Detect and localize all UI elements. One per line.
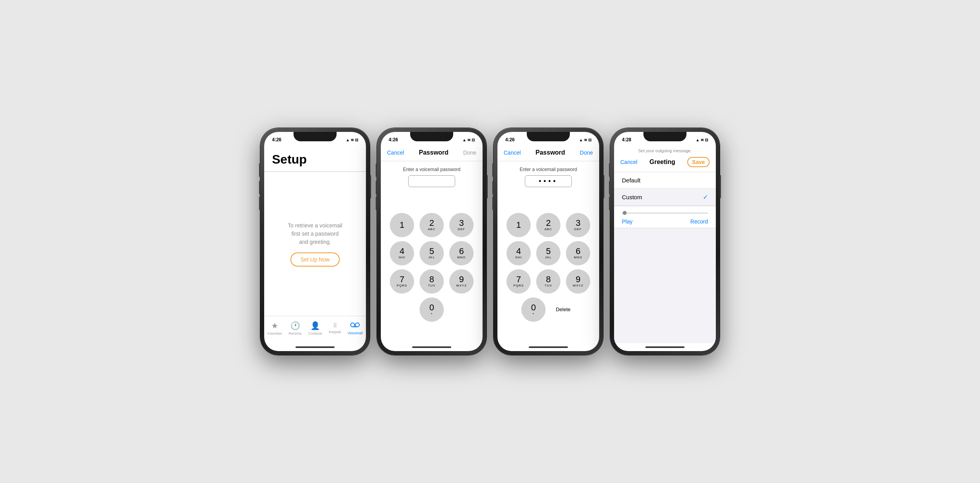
phones-container: 4:26 ▲ ≋ ⊟ Setup To retrieve a voicemail… xyxy=(260,128,720,355)
status-icons-2: ▲ ≋ ⊟ xyxy=(463,138,475,142)
key-0[interactable]: 0+ xyxy=(420,297,444,322)
key-4[interactable]: 4GHI xyxy=(390,241,414,265)
status-icons-1: ▲ ≋ ⊟ xyxy=(346,138,358,142)
playback-controls: Play Record xyxy=(622,215,708,225)
key-3[interactable]: 3DEF xyxy=(449,213,474,237)
status-icons-4: ▲ ≋ ⊟ xyxy=(696,138,708,142)
tab-bar-1: ★ Favorites 🕐 Recents 👤 Contacts ⠿ Keypa… xyxy=(264,316,366,343)
svg-point-1 xyxy=(355,323,359,327)
key-9[interactable]: 9WXYZ xyxy=(449,269,474,294)
tab-keypad[interactable]: ⠿ Keypad xyxy=(329,323,341,334)
home-bar-2 xyxy=(412,346,451,348)
keypad-3: 1 2ABC 3DEF 4GHI 5JKL 6MNO 7PQRS 8TUV 9W… xyxy=(497,191,599,343)
key-5[interactable]: 5JKL xyxy=(420,241,444,265)
set-up-now-button[interactable]: Set Up Now xyxy=(290,252,340,267)
cancel-button-3[interactable]: Cancel xyxy=(504,150,521,156)
playback-bar: Play Record xyxy=(614,206,716,228)
key-2[interactable]: 2ABC xyxy=(420,213,444,237)
key-7b[interactable]: 7PQRS xyxy=(506,269,531,294)
progress-track[interactable] xyxy=(622,213,708,214)
keypad-row-3b: 7PQRS 8TUV 9WXYZ xyxy=(504,269,593,294)
phone-4: 4:28 ▲ ≋ ⊟ Set your outgoing message. Ca… xyxy=(610,128,720,355)
keypad-2: 1 2ABC 3DEF 4GHI 5JKL 6MNO 7PQRS 8TUV 9W… xyxy=(381,191,483,343)
key-6b[interactable]: 6MNO xyxy=(566,241,590,265)
play-button[interactable]: Play xyxy=(622,218,632,225)
phone-3: 4:26 ▲ ≋ ⊟ Cancel Password Done Enter a … xyxy=(494,128,603,355)
time-1: 4:26 xyxy=(272,137,281,142)
keypad-row-1: 1 2ABC 3DEF xyxy=(387,213,476,237)
screen-content-3: Cancel Password Done Enter a voicemail p… xyxy=(497,146,599,351)
nav-bar-3: Cancel Password Done xyxy=(497,146,599,161)
cancel-button-2[interactable]: Cancel xyxy=(387,150,404,156)
favorites-label: Favorites xyxy=(268,332,282,335)
done-button-2[interactable]: Done xyxy=(463,150,476,156)
notch-4 xyxy=(643,132,686,141)
key-0b[interactable]: 0+ xyxy=(521,297,546,322)
tab-contacts[interactable]: 👤 Contacts xyxy=(308,321,322,335)
key-2b[interactable]: 2ABC xyxy=(536,213,560,237)
key-6[interactable]: 6MNO xyxy=(449,241,474,265)
phone-screen-3: 4:26 ▲ ≋ ⊟ Cancel Password Done Enter a … xyxy=(497,132,599,351)
notch-1 xyxy=(294,132,337,141)
key-9b[interactable]: 9WXYZ xyxy=(566,269,590,294)
home-indicator-2 xyxy=(381,343,483,351)
nav-title-2: Password xyxy=(419,149,449,156)
done-button-3[interactable]: Done xyxy=(580,150,593,156)
key-1[interactable]: 1 xyxy=(390,213,414,237)
tab-recents[interactable]: 🕐 Recents xyxy=(289,321,302,335)
recents-label: Recents xyxy=(289,332,302,335)
cancel-button-4[interactable]: Cancel xyxy=(620,159,638,165)
screen-content-4: Set your outgoing message. Cancel Greeti… xyxy=(614,146,716,351)
progress-thumb xyxy=(623,211,627,215)
nav-bar-2: Cancel Password Done xyxy=(381,146,483,161)
default-label: Default xyxy=(622,177,641,184)
delete-button[interactable]: Delete xyxy=(551,297,575,322)
home-indicator-4 xyxy=(614,343,716,351)
greeting-default[interactable]: Default xyxy=(614,172,716,189)
password-instruction-3: Enter a voicemail password xyxy=(520,167,577,172)
phone-2: 4:26 ▲ ≋ ⊟ Cancel Password Done Enter a … xyxy=(377,128,486,355)
tab-favorites[interactable]: ★ Favorites xyxy=(268,321,282,335)
keypad-row-3: 7PQRS 8TUV 9WXYZ xyxy=(387,269,476,294)
phone-screen-2: 4:26 ▲ ≋ ⊟ Cancel Password Done Enter a … xyxy=(381,132,483,351)
password-field-2[interactable] xyxy=(408,175,455,187)
keypad-row-1b: 1 2ABC 3DEF xyxy=(504,213,593,237)
save-button[interactable]: Save xyxy=(687,157,710,167)
key-8b[interactable]: 8TUV xyxy=(536,269,560,294)
notch-3 xyxy=(527,132,570,141)
nav-bar-4: Cancel Greeting Save xyxy=(614,154,716,172)
phone-1: 4:26 ▲ ≋ ⊟ Setup To retrieve a voicemail… xyxy=(260,128,370,355)
key-5b[interactable]: 5JKL xyxy=(536,241,560,265)
home-bar-3 xyxy=(529,346,568,348)
record-button[interactable]: Record xyxy=(690,218,708,225)
phone-screen-1: 4:26 ▲ ≋ ⊟ Setup To retrieve a voicemail… xyxy=(264,132,366,351)
screen-content-1: Setup To retrieve a voicemail first set … xyxy=(264,146,366,351)
keypad-row-2: 4GHI 5JKL 6MNO xyxy=(387,241,476,265)
greeting-subtitle: Set your outgoing message. xyxy=(614,146,716,154)
nav-title-3: Password xyxy=(535,149,565,156)
notch-2 xyxy=(410,132,453,141)
password-input-section-2: Enter a voicemail password xyxy=(381,161,483,191)
greeting-custom[interactable]: Custom ✓ xyxy=(614,189,716,206)
home-indicator-3 xyxy=(497,343,599,351)
time-3: 4:26 xyxy=(505,137,515,142)
key-7[interactable]: 7PQRS xyxy=(390,269,414,294)
password-input-section-3: Enter a voicemail password •••• xyxy=(497,161,599,191)
key-3b[interactable]: 3DEF xyxy=(566,213,590,237)
screen-content-2: Cancel Password Done Enter a voicemail p… xyxy=(381,146,483,351)
voicemail-label: Voicemail xyxy=(348,331,363,335)
password-instruction-2: Enter a voicemail password xyxy=(403,167,461,172)
voicemail-icon xyxy=(350,322,360,330)
setup-description: To retrieve a voicemail first set a pass… xyxy=(288,222,342,246)
key-8[interactable]: 8TUV xyxy=(420,269,444,294)
keypad-label: Keypad xyxy=(329,330,341,334)
password-field-3[interactable]: •••• xyxy=(525,175,572,187)
contacts-label: Contacts xyxy=(308,332,322,335)
key-1b[interactable]: 1 xyxy=(506,213,531,237)
key-4b[interactable]: 4GHI xyxy=(506,241,531,265)
tab-voicemail[interactable]: Voicemail xyxy=(348,322,363,335)
favorites-icon: ★ xyxy=(271,321,278,330)
keypad-icon: ⠿ xyxy=(333,323,337,329)
greeting-options: Default Custom ✓ xyxy=(614,172,716,206)
keypad-row-4b: 0+ Delete xyxy=(504,297,593,322)
